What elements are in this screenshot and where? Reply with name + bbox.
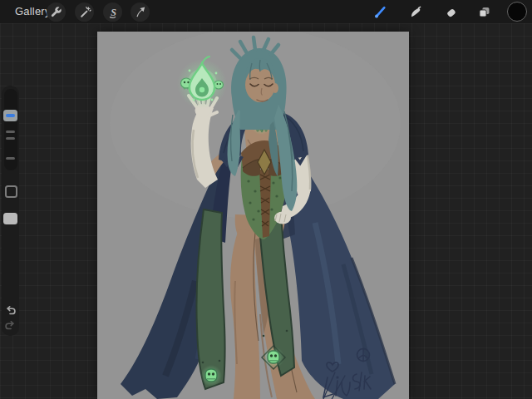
color-swatch-icon[interactable] (507, 2, 527, 22)
smudge-tool-button[interactable] (406, 2, 426, 22)
brush-size-handle[interactable] (3, 110, 17, 121)
wrench-icon (50, 6, 62, 18)
redo-button[interactable] (4, 318, 17, 331)
transform-button[interactable] (131, 2, 150, 22)
selection-s-icon: S (106, 6, 120, 19)
slider-tick (6, 137, 15, 140)
eraser-icon (444, 5, 458, 19)
slider-tick (6, 157, 15, 160)
transform-arrow-icon (134, 6, 147, 19)
brush-size-accent-bar (6, 114, 15, 117)
paint-tool-button[interactable] (371, 2, 390, 22)
gallery-button[interactable]: Gallery (15, 0, 51, 23)
undo-arrow-icon (4, 303, 17, 316)
procreate-app: Gallery S (0, 0, 532, 399)
modify-button[interactable] (5, 185, 17, 198)
magic-wand-icon (78, 6, 91, 19)
erase-tool-button[interactable] (441, 2, 461, 22)
character-artwork (97, 32, 409, 399)
redo-arrow-icon (4, 318, 17, 331)
opacity-slider-handle[interactable] (3, 213, 17, 224)
selection-button[interactable]: S (103, 2, 122, 22)
drawing-canvas[interactable] (97, 32, 409, 399)
undo-button[interactable] (4, 303, 17, 316)
actions-button[interactable] (47, 2, 66, 22)
paintbrush-icon (373, 5, 387, 19)
layers-button[interactable] (475, 2, 494, 22)
layers-icon (477, 5, 491, 19)
slider-tick (6, 131, 15, 133)
smudge-finger-icon (409, 5, 423, 19)
svg-text:S: S (111, 6, 116, 17)
sidebar (2, 86, 19, 336)
adjustments-button[interactable] (75, 2, 94, 22)
top-toolbar: Gallery S (0, 0, 532, 23)
